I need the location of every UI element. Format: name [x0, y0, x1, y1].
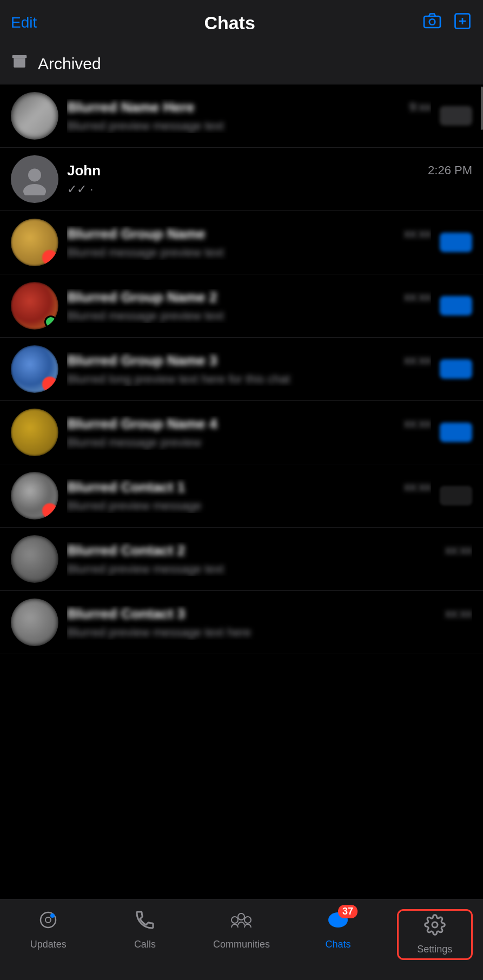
avatar: [11, 345, 58, 393]
nav-item-calls[interactable]: Calls: [107, 909, 183, 950]
chat-name: Blurred Group Name 4: [67, 416, 399, 432]
nav-item-communities[interactable]: Communities: [203, 909, 279, 950]
chat-name: Blurred Contact 2: [67, 542, 440, 559]
chats-icon: 37: [326, 909, 350, 936]
archived-row[interactable]: Archived: [0, 43, 483, 84]
badge-area: [440, 296, 472, 315]
chat-name: Blurred Name Here: [67, 99, 404, 116]
chat-preview: ✓✓ ·: [67, 182, 472, 196]
settings-icon: [424, 914, 446, 940]
chat-content: Blurred Group Name 4 xx:xx Blurred messa…: [67, 416, 431, 450]
camera-icon[interactable]: [422, 11, 442, 35]
unread-indicator: [42, 250, 57, 265]
svg-point-9: [231, 917, 238, 923]
unread-badge: [440, 359, 472, 379]
unread-badge: [440, 423, 472, 442]
svg-point-1: [429, 19, 435, 25]
chat-name: Blurred Contact 3: [67, 606, 440, 622]
svg-point-13: [432, 922, 438, 928]
svg-point-4: [28, 169, 41, 182]
compose-icon[interactable]: [453, 11, 472, 35]
chat-time: 2:26 PM: [428, 163, 472, 177]
avatar: [11, 472, 58, 519]
chat-name: John: [67, 162, 422, 179]
chat-content: Blurred Contact 3 xx:xx Blurred preview …: [67, 606, 472, 640]
chat-content: Blurred Group Name xx:xx Blurred message…: [67, 226, 431, 260]
unread-badge: [440, 233, 472, 252]
avatar: [11, 535, 58, 583]
unread-badge: [440, 486, 472, 505]
chat-time: xx:xx: [404, 480, 431, 494]
header: Edit Chats: [0, 0, 483, 43]
bottom-nav: Updates Calls Communities: [0, 899, 483, 980]
chat-time: xx:xx: [404, 227, 431, 241]
list-item[interactable]: Blurred Group Name 3 xx:xx Blurred long …: [0, 338, 483, 401]
chat-preview: Blurred preview message text: [67, 119, 431, 133]
chat-content: Blurred Group Name 2 xx:xx Blurred messa…: [67, 289, 431, 323]
badge-area: [440, 106, 472, 126]
calls-icon: [134, 909, 156, 936]
chat-preview: Blurred preview message: [67, 499, 431, 513]
avatar: [11, 92, 58, 140]
chat-time: xx:xx: [445, 607, 472, 621]
scrollbar[interactable]: [481, 87, 483, 130]
chat-time: 9:xx: [409, 100, 431, 114]
chat-name: Blurred Contact 1: [67, 479, 399, 496]
nav-label-updates: Updates: [30, 939, 67, 950]
svg-point-11: [244, 917, 251, 923]
avatar: [11, 598, 58, 646]
chat-content: Blurred Group Name 3 xx:xx Blurred long …: [67, 352, 431, 386]
chat-time: xx:xx: [404, 417, 431, 431]
nav-label-calls: Calls: [134, 939, 156, 950]
nav-item-chats[interactable]: 37 Chats: [300, 909, 376, 950]
list-item[interactable]: Blurred Contact 1 xx:xx Blurred preview …: [0, 464, 483, 528]
nav-label-chats: Chats: [326, 939, 351, 950]
chats-badge: 37: [338, 905, 358, 918]
badge-area: [440, 486, 472, 505]
chat-time: xx:xx: [445, 543, 472, 557]
chat-name: Blurred Group Name 2: [67, 289, 399, 306]
archived-label: Archived: [38, 55, 101, 73]
list-item[interactable]: Blurred Contact 2 xx:xx Blurred preview …: [0, 528, 483, 591]
nav-item-settings[interactable]: Settings: [397, 909, 473, 960]
unread-badge: [440, 106, 472, 126]
svg-point-5: [23, 184, 46, 195]
chat-preview: Blurred long preview text here for this …: [67, 372, 431, 386]
badge-area: [440, 423, 472, 442]
nav-item-updates[interactable]: Updates: [10, 909, 86, 950]
chat-preview: Blurred preview message text here: [67, 626, 472, 640]
chat-time: xx:xx: [404, 290, 431, 304]
nav-label-communities: Communities: [213, 939, 270, 950]
nav-label-settings: Settings: [417, 944, 452, 955]
list-item[interactable]: John 2:26 PM ✓✓ ·: [0, 148, 483, 211]
updates-icon: [37, 909, 59, 936]
list-item[interactable]: Blurred Contact 3 xx:xx Blurred preview …: [0, 591, 483, 654]
list-item[interactable]: Blurred Group Name 2 xx:xx Blurred messa…: [0, 274, 483, 338]
unread-badge: [440, 296, 472, 315]
avatar: [11, 219, 58, 266]
chat-preview: Blurred message preview text: [67, 309, 431, 323]
chat-preview: Blurred preview message text: [67, 562, 472, 576]
chat-preview: Blurred message preview: [67, 436, 431, 450]
avatar: [11, 282, 58, 330]
svg-rect-0: [424, 16, 440, 28]
chat-name: Blurred Group Name 3: [67, 352, 399, 369]
communities-icon: [229, 909, 253, 936]
online-indicator: [44, 315, 57, 328]
avatar: [11, 155, 58, 203]
list-item[interactable]: Blurred Group Name 4 xx:xx Blurred messa…: [0, 401, 483, 464]
chat-preview: Blurred message preview text: [67, 246, 431, 260]
badge-area: [440, 233, 472, 252]
svg-point-10: [238, 913, 244, 920]
list-item[interactable]: Blurred Name Here 9:xx Blurred preview m…: [0, 84, 483, 148]
list-item[interactable]: Blurred Group Name xx:xx Blurred message…: [0, 211, 483, 274]
svg-point-8: [50, 913, 55, 918]
chat-name: Blurred Group Name: [67, 226, 399, 242]
edit-button[interactable]: Edit: [11, 14, 37, 31]
chat-content: Blurred Name Here 9:xx Blurred preview m…: [67, 99, 431, 133]
unread-indicator: [42, 503, 57, 518]
archive-icon: [11, 53, 28, 74]
svg-rect-3: [12, 55, 27, 58]
page-title: Chats: [204, 12, 255, 34]
unread-indicator: [42, 377, 57, 392]
